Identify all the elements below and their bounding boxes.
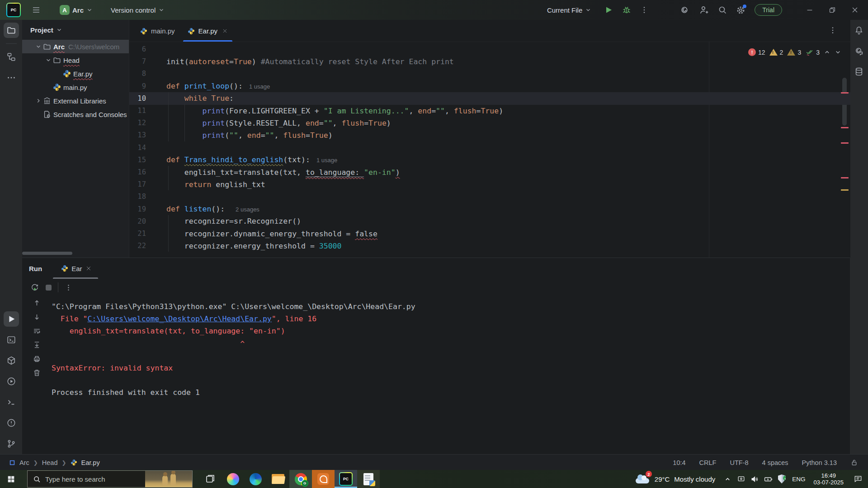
status-line-separator[interactable]: CRLF xyxy=(699,459,717,466)
code-line-13[interactable]: 13 print("", end="", flush=True) xyxy=(129,129,850,141)
services-icon[interactable] xyxy=(4,374,19,389)
close-icon[interactable] xyxy=(222,28,228,34)
code-line-15[interactable]: 15def Trans_hindi_to_english(txt):1 usag… xyxy=(129,154,850,166)
status-indent[interactable]: 4 spaces xyxy=(762,459,788,466)
language-indicator[interactable]: ENG xyxy=(788,476,809,483)
run-more-options-button[interactable] xyxy=(65,284,72,291)
settings-button[interactable] xyxy=(736,5,745,15)
volume-icon[interactable] xyxy=(748,470,761,488)
editor-tab-ear-py[interactable]: Ear.py xyxy=(181,20,235,42)
tree-item-external-libraries[interactable]: External Libraries xyxy=(22,94,129,108)
cast-icon[interactable] xyxy=(734,470,748,488)
file-explorer-icon[interactable] xyxy=(267,470,289,488)
code-line-14[interactable]: 14 xyxy=(129,141,850,154)
code-line-19[interactable]: 19def listen(): 2 usages xyxy=(129,203,850,216)
minimize-button[interactable] xyxy=(803,6,816,14)
restore-button[interactable] xyxy=(826,6,839,14)
more-actions-button[interactable] xyxy=(640,6,648,14)
run-configuration-select[interactable]: Current File xyxy=(543,3,595,17)
next-problem-button[interactable] xyxy=(835,49,841,56)
printer-icon[interactable] xyxy=(28,352,46,366)
code-line-11[interactable]: 11 print(Fore.LIGHTGREEN_EX + "I am List… xyxy=(129,104,850,117)
code-line-20[interactable]: 20 recognizer=sr.Recognizer() xyxy=(129,215,850,228)
project-folder-icon[interactable] xyxy=(4,23,19,38)
soft-wrap-icon[interactable] xyxy=(28,324,46,338)
tree-item-main-py[interactable]: main.py xyxy=(22,80,129,94)
arrow-down-icon[interactable] xyxy=(28,310,46,324)
ai-assistant-icon[interactable] xyxy=(679,5,690,15)
rerun-button[interactable] xyxy=(30,283,39,292)
database-icon[interactable] xyxy=(851,64,867,80)
tree-item-arc[interactable]: ArcC:\Users\welcom xyxy=(22,40,129,53)
code-line-9[interactable]: 9def print_loop():1 usage xyxy=(129,80,850,93)
prev-problem-button[interactable] xyxy=(824,49,830,56)
close-icon[interactable] xyxy=(85,265,92,272)
project-widget[interactable]: A Arc xyxy=(56,3,96,17)
tree-item-head[interactable]: Head xyxy=(22,53,129,67)
code-line-22[interactable]: 22 recognizer.energy_threshold = 35000 xyxy=(129,239,850,252)
trial-badge[interactable]: Trial xyxy=(755,4,782,16)
run-icon[interactable] xyxy=(4,311,19,327)
error-stripe-mark[interactable] xyxy=(841,92,849,94)
error-stripe-mark[interactable] xyxy=(841,177,849,178)
code-line-16[interactable]: 16 english_txt=translate(txt, to_languag… xyxy=(129,166,850,178)
close-button[interactable] xyxy=(848,6,862,14)
code-line-12[interactable]: 12 print(Style.RESET_ALL, end="", flush=… xyxy=(129,117,850,129)
taskbar-search-input[interactable]: Type here to search xyxy=(27,470,193,488)
vcs-widget[interactable]: Version control xyxy=(107,3,168,17)
commit-icon[interactable] xyxy=(4,49,19,65)
run-button[interactable] xyxy=(604,5,613,14)
error-stripe-mark[interactable] xyxy=(841,189,849,191)
security-shield-icon[interactable] xyxy=(775,470,788,488)
file-link[interactable]: C:\Users\welcome_\Desktop\Arc\Head\Ear.p… xyxy=(87,314,271,323)
notepad-icon[interactable] xyxy=(357,470,380,488)
status-caret-position[interactable]: 10:4 xyxy=(673,459,685,466)
start-button[interactable] xyxy=(0,470,22,488)
editor-tab-main-py[interactable]: main.py xyxy=(134,20,181,42)
code-line-10[interactable]: 10 while True: xyxy=(129,92,850,105)
main-menu-button[interactable] xyxy=(28,3,44,17)
run-tab-ear[interactable]: Ear xyxy=(61,258,91,279)
code-editor[interactable]: 67init(autoreset=True) #Automatically re… xyxy=(129,42,850,258)
status-interpreter[interactable]: Python 3.13 xyxy=(802,459,837,466)
code-line-17[interactable]: 17 return english_txt xyxy=(129,178,850,191)
horizontal-scrollbar[interactable] xyxy=(22,252,72,255)
orange-app-icon[interactable] xyxy=(312,470,335,488)
python-packages-icon[interactable] xyxy=(4,353,19,368)
code-line-18[interactable]: 18 xyxy=(129,190,850,203)
breadcrumb-head[interactable]: Head xyxy=(42,459,58,466)
search-everywhere-icon[interactable] xyxy=(718,5,727,14)
show-hidden-icons-button[interactable] xyxy=(721,470,734,488)
breadcrumb-arc[interactable]: Arc xyxy=(19,459,29,466)
tree-item-ear-py[interactable]: Ear.py xyxy=(22,67,129,80)
code-line-6[interactable]: 6 xyxy=(129,43,850,56)
problems-icon[interactable] xyxy=(4,415,19,431)
code-line-21[interactable]: 21 recognizer.dynamic_energy_threshold =… xyxy=(129,227,850,240)
clock[interactable]: 16:49 03-07-2025 xyxy=(809,472,849,486)
weather-widget[interactable]: 2 29°C Mostly cloudy xyxy=(630,470,721,488)
search-box-image[interactable] xyxy=(145,471,192,487)
pycharm-icon[interactable]: PC xyxy=(335,470,357,488)
error-stripe-mark[interactable] xyxy=(841,127,849,128)
terminal-icon[interactable] xyxy=(4,394,19,410)
readonly-lock-icon[interactable] xyxy=(850,459,858,466)
python-console-icon[interactable] xyxy=(4,332,19,347)
breadcrumb-ear-py[interactable]: Ear.py xyxy=(81,459,100,466)
code-with-me-icon[interactable] xyxy=(699,5,709,15)
tree-item-scratches-and-consoles[interactable]: Scratches and Consoles xyxy=(22,108,129,121)
status-encoding[interactable]: UTF-8 xyxy=(730,459,748,466)
code-line-8[interactable]: 8 xyxy=(129,67,850,80)
ai-assistant-icon[interactable] xyxy=(851,43,867,59)
editor-options-button[interactable] xyxy=(829,26,837,34)
arrow-up-icon[interactable] xyxy=(28,296,46,310)
stop-button[interactable] xyxy=(46,285,52,291)
code-line-7[interactable]: 7init(autoreset=True) #Automatically res… xyxy=(129,55,850,68)
more-icon[interactable] xyxy=(4,70,19,85)
battery-icon[interactable] xyxy=(761,470,775,488)
trash-icon[interactable] xyxy=(28,366,46,380)
version-control-icon[interactable] xyxy=(4,436,19,451)
task-view-icon[interactable] xyxy=(199,470,222,488)
action-center-button[interactable] xyxy=(848,470,868,488)
error-stripe-mark[interactable] xyxy=(841,142,849,144)
chevron-down-icon[interactable] xyxy=(56,27,62,33)
